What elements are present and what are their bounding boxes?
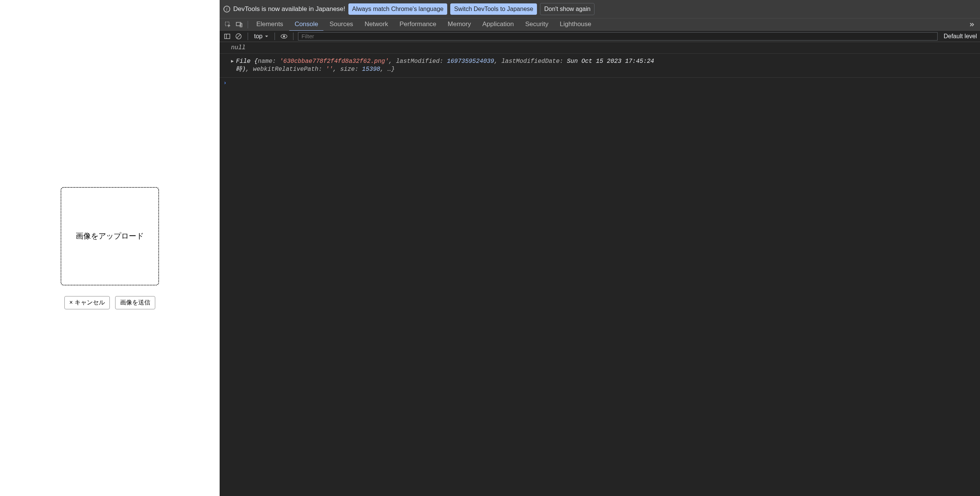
devtools-pane: i DevTools is now available in Japanese!… (220, 0, 980, 496)
always-match-language-button[interactable]: Always match Chrome's language (348, 3, 447, 15)
execution-context-selector[interactable]: top (253, 33, 270, 40)
filter-input[interactable] (298, 32, 938, 41)
default-levels-selector[interactable]: Default level (940, 33, 977, 40)
divider (275, 33, 275, 40)
svg-rect-3 (224, 34, 230, 39)
tab-sources[interactable]: Sources (324, 18, 358, 31)
button-row: × キャンセル 画像を送信 (64, 296, 155, 309)
divider (293, 33, 293, 40)
console-prompt[interactable]: › (220, 78, 980, 88)
context-label: top (254, 33, 262, 40)
device-toolbar-icon[interactable] (234, 19, 245, 30)
inspect-element-icon[interactable] (223, 19, 233, 30)
console-object-text: File {name: '630cbbae778f2f4fd8a32f62.pn… (236, 57, 654, 73)
toggle-sidebar-icon[interactable] (223, 32, 232, 41)
console-toolbar: top Default level (220, 31, 980, 42)
info-icon: i (223, 6, 230, 13)
switch-language-button[interactable]: Switch DevTools to Japanese (450, 3, 537, 15)
tab-security[interactable]: Security (520, 18, 554, 31)
chevron-down-icon (265, 35, 269, 38)
svg-point-8 (283, 36, 285, 37)
tab-elements[interactable]: Elements (251, 18, 288, 31)
svg-line-6 (237, 35, 240, 38)
live-expression-icon[interactable] (280, 32, 288, 41)
infobar-message: DevTools is now available in Japanese! (233, 5, 345, 13)
divider (248, 33, 248, 40)
tab-network[interactable]: Network (360, 18, 393, 31)
devtools-tabbar: Elements Console Sources Network Perform… (220, 19, 980, 31)
submit-button[interactable]: 画像を送信 (115, 296, 155, 309)
expand-triangle-icon[interactable]: ▶ (231, 59, 234, 65)
tab-console[interactable]: Console (289, 18, 323, 31)
clear-console-icon[interactable] (234, 32, 243, 41)
dont-show-again-button[interactable]: Don't show again (540, 3, 595, 15)
upload-label: 画像をアップロード (76, 231, 144, 241)
cancel-button[interactable]: × キャンセル (64, 296, 110, 309)
console-log-file-object: ▶ File {name: '630cbbae778f2f4fd8a32f62.… (220, 54, 980, 78)
page-content: 画像をアップロード × キャンセル 画像を送信 (0, 0, 220, 496)
tab-memory[interactable]: Memory (442, 18, 476, 31)
console-output: null ▶ File {name: '630cbbae778f2f4fd8a3… (220, 42, 980, 496)
tab-performance[interactable]: Performance (394, 18, 442, 31)
console-log-null: null (220, 42, 980, 54)
prompt-caret-icon: › (223, 80, 226, 86)
tab-application[interactable]: Application (477, 18, 519, 31)
more-tabs-icon[interactable] (966, 19, 977, 30)
upload-dropzone[interactable]: 画像をアップロード (60, 187, 159, 286)
tab-lighthouse[interactable]: Lighthouse (554, 18, 597, 31)
divider (248, 21, 248, 29)
language-infobar: i DevTools is now available in Japanese!… (220, 0, 980, 19)
